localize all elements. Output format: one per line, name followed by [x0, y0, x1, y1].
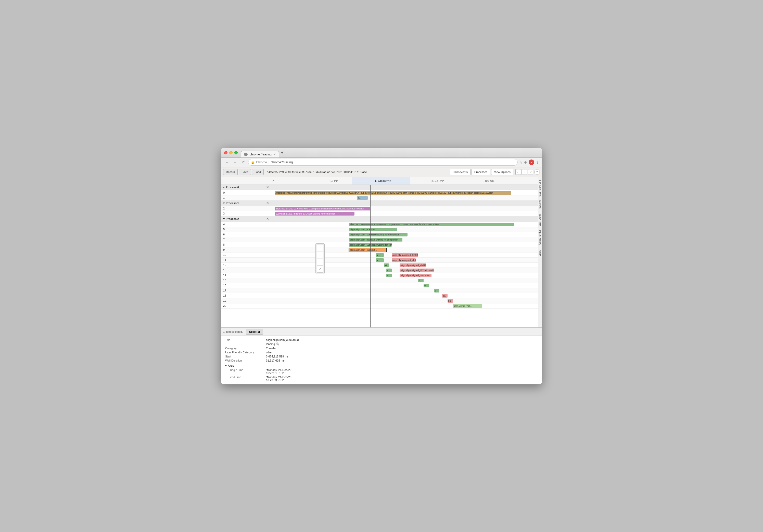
loading-icon[interactable]: 🔍	[276, 342, 279, 346]
span-bar[interactable]: b	[424, 284, 429, 287]
span-bar[interactable]: a...	[357, 196, 368, 200]
span-bar[interactable]: 1000align.g1kv37Indexed_631f62a6 waiting…	[274, 212, 355, 216]
active-tab[interactable]: chrome://tracing ✕	[241, 151, 279, 157]
track-row-14: 14 a... align.align.aligned_28709a4d wai…	[221, 273, 538, 278]
address-box[interactable]: 🔒 Chrome | chrome://tracing	[248, 159, 518, 166]
close-button[interactable]	[224, 151, 228, 154]
span-bar[interactable]: alloc: ec2-34-219-86-206.us-west-2.compu…	[349, 223, 514, 226]
track-row-5: 5 align.align.sam_9062c59...	[221, 227, 538, 232]
side-panel-input-latency[interactable]: Input Latency	[539, 228, 541, 247]
side-panel-file-size-stats[interactable]: File Size Stats	[539, 178, 541, 199]
track-row-6: 6 align.align.sam_198066c9 waiting for c…	[221, 232, 538, 237]
star-button[interactable]: ☆	[519, 160, 522, 164]
maximize-button[interactable]	[234, 151, 238, 154]
span-bar[interactable]: align.align.sam_bd0fbafc waiting for com…	[349, 238, 402, 241]
load-button[interactable]: Load	[252, 169, 264, 175]
track-label-0: 0	[221, 191, 272, 194]
span-bar[interactable]: align.align.aligned_eb979652 waitin...	[399, 263, 426, 267]
span-bar[interactable]: b	[434, 289, 440, 293]
span-bar[interactable]: ba	[442, 294, 448, 298]
process-1-label[interactable]: ▾ Process 1 ✕	[221, 201, 272, 205]
span-bar[interactable]: ba	[448, 299, 453, 303]
process-0-label[interactable]: ▾ Process 0 ✕	[221, 186, 272, 189]
process-1-collapse-icon[interactable]: ▾	[223, 202, 225, 205]
wall-duration-key: Wall Duration	[225, 359, 266, 362]
zoom-in-button[interactable]: +	[317, 252, 323, 258]
process-2-label[interactable]: ▾ Process 2 ✕	[221, 217, 272, 221]
nav-right-button[interactable]: →	[521, 169, 527, 175]
span-bar[interactable]: ali	[384, 263, 389, 267]
span-bar[interactable]: align.align.aligned_2f07afcc waiting for…	[399, 269, 434, 272]
process-1-close-button[interactable]: ✕	[266, 201, 269, 205]
track-label-19: 19	[221, 299, 272, 302]
ruler-tick-100: 100 min	[485, 177, 494, 182]
refresh-button[interactable]: ↺	[240, 159, 247, 166]
start-key: Start	[225, 355, 266, 358]
span-bar[interactable]: a...	[376, 253, 383, 257]
help-button[interactable]: ?	[534, 169, 540, 175]
wall-duration-val: 31,917.625 ms	[266, 359, 284, 362]
track-content-16: b	[272, 283, 538, 288]
span-bar[interactable]: align.align.aligned_629afa8c waitin...	[392, 253, 418, 257]
track-label-17: 17	[221, 289, 272, 292]
track-content-19: ba	[272, 298, 538, 303]
process-2-close-button[interactable]: ✕	[266, 217, 269, 221]
extensions-button[interactable]: ⊕	[524, 160, 527, 164]
select-tool-button[interactable]: ⊹	[317, 245, 323, 251]
back-button[interactable]: ←	[224, 159, 230, 166]
nav-left-button[interactable]: ←	[515, 169, 521, 175]
span-bar[interactable]: align.align.sam_198066c9 waiting for com…	[349, 233, 407, 236]
fit-button[interactable]: ⤢	[317, 266, 323, 273]
args-toggle[interactable]: ▾ Args	[225, 364, 538, 368]
processes-button[interactable]: Processes	[472, 169, 490, 175]
forward-button[interactable]: →	[232, 159, 239, 166]
process-0-collapse-icon[interactable]: ▾	[223, 186, 225, 189]
span-bar[interactable]: bam.Merge_718...	[453, 304, 482, 308]
begin-time-key: beginTime	[230, 368, 266, 375]
process-2-collapse-icon[interactable]: ▾	[223, 217, 225, 221]
process-header-0: ▾ Process 0 ✕	[221, 185, 538, 190]
track-row-10: 10 a... align.align.aligned_629afa8c wai…	[221, 252, 538, 258]
track-label-16: 16	[221, 284, 272, 287]
zoom-out-button[interactable]: −	[317, 259, 323, 265]
save-button[interactable]: Save	[239, 169, 251, 175]
span-bar[interactable]: align.align.aligned_28709a4d waiting for…	[399, 274, 431, 277]
controls-overlay: ⊹ + − ⤢	[315, 243, 325, 274]
tab-close-button[interactable]: ✕	[273, 153, 276, 156]
span-bar[interactable]: align.align.sam_9062c59...	[349, 228, 397, 231]
track-content-10: a... align.align.aligned_629afa8c waitin…	[272, 252, 538, 257]
nav-expand-button[interactable]: ⤢	[528, 169, 533, 175]
side-panel: File Size Stats Metrics Frame Data Input…	[538, 177, 542, 327]
side-panel-metrics[interactable]: Metrics	[539, 198, 541, 211]
record-button[interactable]: Record	[223, 169, 238, 175]
category-key: Category	[225, 347, 266, 350]
side-panel-frame-data[interactable]: Frame Data	[539, 211, 541, 228]
time-ruler: n 50 min 66.667 min 83.333 min 100 min ←…	[221, 177, 538, 185]
span-bar[interactable]: a...	[386, 269, 392, 272]
process-header-1: ▾ Process 1 ✕	[221, 201, 538, 206]
span-bar-selected[interactable]: align.align.sam_e606a85...	[349, 248, 386, 252]
view-options-button[interactable]: View Options	[491, 169, 513, 175]
track-scroll-area[interactable]: ⊹ + − ⤢ ▾ Process 0 ✕ 0	[221, 185, 538, 327]
detail-row-wall-duration: Wall Duration 31,917.625 ms	[225, 359, 538, 363]
new-tab-button[interactable]: +	[279, 150, 285, 155]
minimize-button[interactable]	[229, 151, 233, 154]
address-separator: |	[269, 160, 269, 164]
args-row-begin-time: beginTime "Monday, 21-Dec-2016:22:31 PST…	[225, 368, 538, 375]
span-bar[interactable]: align.align.aligned_cfdbbb1b waitin...	[392, 258, 416, 262]
span-bar[interactable]: a...	[376, 258, 383, 262]
ruler-ticks: n 50 min 66.667 min 83.333 min 100 min ←…	[272, 177, 538, 184]
span-bar[interactable]: a...	[386, 274, 392, 277]
flow-events-button[interactable]: Flow events	[450, 169, 471, 175]
profile-button[interactable]: P	[529, 159, 534, 165]
side-panel-alerts[interactable]: Alerts	[539, 248, 541, 258]
menu-button[interactable]: ⋮	[536, 160, 539, 164]
track-row-4: 4 alloc: ec2-34-219-86-206.us-west-2.com…	[221, 222, 538, 227]
process-0-close-button[interactable]: ✕	[266, 186, 269, 189]
detail-panel: 1 item selected. Slice (1) Title align.a…	[221, 327, 542, 384]
span-bar[interactable]: /Users/pboyapalli/grail/go/src/github.co…	[274, 191, 511, 195]
tab-slice[interactable]: Slice (1)	[246, 329, 263, 334]
track-content-9: align.align.sam_e606a85...	[272, 247, 538, 252]
span-bar[interactable]: b	[418, 279, 424, 282]
span-bar[interactable]: alloc: ec2-34-219-91-63.us-west-2.comput…	[274, 207, 370, 211]
